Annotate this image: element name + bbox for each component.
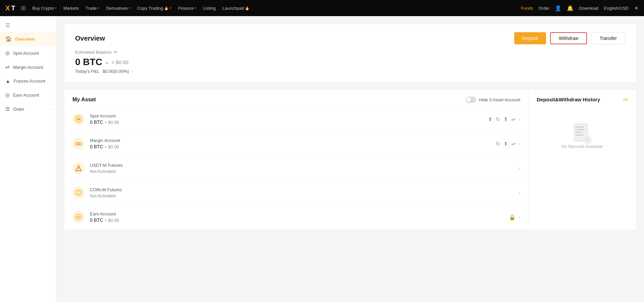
user-icon[interactable]: 👤 — [555, 5, 561, 11]
page-title: Overview — [75, 35, 105, 42]
spot-icon: ◎ — [5, 50, 10, 56]
margin-account-actions: ↻ ⬆ ⇌ › — [496, 141, 520, 147]
toggle-switch[interactable] — [466, 97, 476, 103]
usdt-futures-chevron-icon[interactable]: › — [519, 166, 520, 171]
usdt-futures-info: USDT-M Futures Not Activated — [90, 163, 519, 174]
transfer-action-icon[interactable]: ⇌ — [511, 116, 516, 122]
nav-language[interactable]: English/USD — [604, 6, 629, 11]
sidebar-item-overview[interactable]: 🏠 Overview — [0, 32, 56, 46]
svg-rect-13 — [576, 127, 584, 128]
nav-trade[interactable]: Trade ▾ — [83, 4, 102, 12]
balance-usd: ≈ $0.00 — [112, 59, 128, 65]
sidebar-item-earn[interactable]: ◎ Earn Account — [0, 88, 56, 102]
usdt-futures-status: Not Activated — [90, 169, 519, 174]
nav-arrow: ▾ — [170, 6, 171, 10]
coin-futures-status: Not Activated — [90, 193, 519, 198]
margin-transfer-icon[interactable]: ⇌ — [511, 141, 516, 147]
history-panel: Deposit&Withdraw History All No Records … — [529, 90, 636, 230]
nav-launchpad[interactable]: Launchpad 🔥 — [220, 4, 252, 12]
sidebar-item-margin[interactable]: ⇌ Margin Account — [0, 60, 56, 74]
svg-rect-15 — [576, 132, 582, 133]
nav-funds[interactable]: Funds — [521, 6, 533, 11]
theme-icon[interactable]: ☀ — [634, 5, 639, 11]
pnl-chevron-icon[interactable]: › — [131, 69, 133, 74]
refresh-action-icon[interactable]: ↻ — [496, 116, 500, 122]
bell-icon[interactable]: 🔔 — [567, 5, 574, 11]
estimated-balance-label: Estimated Balance 👁 — [75, 50, 625, 55]
spot-account-balance: 0 BTC ≈ $0.00 — [90, 119, 488, 125]
spot-account-row: Spot Account 0 BTC ≈ $0.00 ⬆ ↻ ⬆ ⇌ › — [64, 107, 528, 132]
withdraw-action-icon[interactable]: ⬆ — [503, 116, 508, 122]
coin-futures-chevron-icon[interactable]: › — [519, 190, 520, 195]
earn-account-actions: 🔒 › — [509, 214, 520, 220]
sidebar-menu-icon[interactable]: ☰ — [0, 19, 56, 32]
margin-account-balance: 0 BTC ≈ $0.00 — [90, 144, 496, 149]
sidebar-item-label: Futures Account — [14, 79, 45, 84]
earn-account-name: Earn Account — [90, 211, 509, 216]
nav-arrow: ▾ — [129, 6, 130, 10]
futures-icon: ▲ — [5, 78, 10, 84]
spot-row-chevron-icon[interactable]: › — [519, 117, 520, 122]
grid-icon[interactable]: ⊞ — [21, 4, 26, 12]
earn-icon-svg — [75, 213, 82, 221]
coin-futures-actions: › — [519, 190, 520, 195]
nav-arrow: ▾ — [98, 6, 100, 10]
svg-rect-2 — [76, 143, 78, 145]
fire-icon: 🔥 — [164, 6, 169, 10]
sidebar-item-futures[interactable]: ▲ Futures Account — [0, 74, 56, 88]
deposit-action-icon[interactable]: ⬆ — [488, 116, 492, 122]
earn-lock-icon[interactable]: 🔒 — [509, 214, 516, 220]
margin-account-info: Margin Account 0 BTC ≈ $0.00 — [90, 138, 496, 149]
deposit-button[interactable]: Deposit — [514, 32, 546, 44]
nav-download[interactable]: Download — [579, 6, 598, 11]
withdraw-button[interactable]: Withdraw — [550, 32, 587, 44]
margin-icon: ⇌ — [5, 64, 10, 70]
logo-t: T — [11, 4, 15, 12]
nav-derivatives[interactable]: Derivatives ▾ — [104, 4, 133, 12]
nav-markets[interactable]: Markets — [61, 4, 82, 12]
sidebar: ☰ 🏠 Overview ◎ Spot Account ⇌ Margin Acc… — [0, 16, 56, 302]
margin-icon-svg — [75, 140, 82, 147]
coin-futures-svg — [75, 189, 82, 196]
nav-order[interactable]: Order — [538, 6, 549, 11]
nav-buy-crypto[interactable]: Buy Crypto ▾ — [30, 4, 59, 12]
fire-icon-2: 🔥 — [245, 6, 250, 10]
no-records-icon — [573, 122, 592, 144]
usdt-futures-row: USDT-M Futures Not Activated › — [64, 156, 528, 181]
sidebar-item-order[interactable]: ☰ Order › — [0, 102, 56, 116]
svg-point-1 — [77, 118, 80, 120]
svg-marker-9 — [77, 193, 79, 195]
nav-listing[interactable]: Listing — [200, 4, 218, 12]
nav-copy-trading[interactable]: Copy Trading 🔥 ▾ — [135, 4, 174, 12]
spot-account-icon — [72, 113, 85, 125]
balance-dropdown-icon[interactable]: ⌄ — [105, 59, 109, 65]
spot-account-info: Spot Account 0 BTC ≈ $0.00 — [90, 113, 488, 125]
history-all-link[interactable]: All — [623, 97, 628, 102]
logo[interactable]: X T — [5, 4, 15, 12]
sidebar-item-label: Order — [13, 107, 24, 112]
coin-futures-name: COIN-M Futures — [90, 187, 519, 192]
overview-header: Overview Deposit Withdraw Transfer — [75, 32, 625, 44]
sidebar-item-label: Earn Account — [13, 93, 39, 98]
hide-zero-asset-toggle[interactable]: Hide 0 Asset Account — [466, 97, 520, 103]
eye-icon[interactable]: 👁 — [113, 50, 118, 55]
pnl-value: $0.00(0.00%) — [103, 69, 129, 74]
sidebar-item-label: Overview — [15, 37, 35, 42]
nav-finance[interactable]: Finance ▾ — [175, 4, 199, 12]
sidebar-item-spot[interactable]: ◎ Spot Account — [0, 46, 56, 60]
sidebar-item-label: Spot Account — [13, 51, 39, 56]
my-asset-title: My Asset — [72, 97, 96, 103]
asset-header: My Asset Hide 0 Asset Account — [64, 90, 528, 107]
margin-withdraw-icon[interactable]: ⬆ — [503, 141, 508, 147]
overview-icon: 🏠 — [5, 36, 12, 42]
earn-account-row: Earn Account 0 BTC ≈ $0.00 🔒 › — [64, 205, 528, 230]
transfer-button[interactable]: Transfer — [591, 32, 625, 44]
margin-refresh-icon[interactable]: ↻ — [496, 141, 500, 147]
nav-right-section: Funds Order 👤 🔔 Download English/USD ☀ — [521, 5, 639, 11]
margin-row-chevron-icon[interactable]: › — [519, 141, 520, 146]
svg-point-11 — [77, 216, 79, 218]
earn-account-balance: 0 BTC ≈ $0.00 — [90, 217, 509, 223]
no-records-text: No Records Available — [561, 144, 603, 149]
earn-row-chevron-icon[interactable]: › — [519, 215, 520, 220]
coin-futures-icon — [72, 187, 85, 199]
